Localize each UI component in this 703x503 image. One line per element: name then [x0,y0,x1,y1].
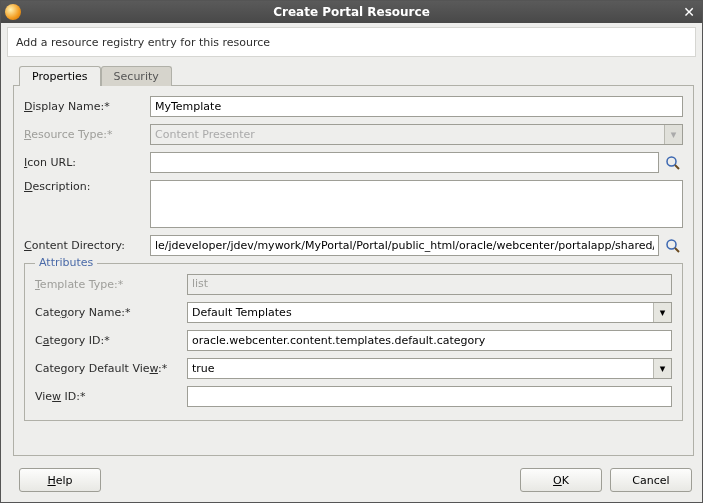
title-bar: Create Portal Resource ✕ [1,1,702,23]
row-content-directory: Content Directory: [24,235,683,256]
content-area: Properties Security Display Name:* Resou… [1,63,702,460]
template-type-value: list [187,274,672,295]
label-template-type: Template Type:* [35,278,187,291]
svg-line-3 [675,248,679,252]
category-default-view-value: true [192,362,215,375]
button-bar: Help OK Cancel [1,460,702,502]
row-category-id: Category ID:* [35,330,672,351]
category-name-value: Default Templates [192,306,292,319]
svg-line-1 [675,165,679,169]
row-description: Description: [24,180,683,228]
info-text: Add a resource registry entry for this r… [16,36,270,49]
magnifier-icon [665,155,681,171]
ok-button[interactable]: OK [520,468,602,492]
close-button[interactable]: ✕ [680,3,698,21]
content-directory-input[interactable] [150,235,659,256]
tab-label: Security [114,70,159,83]
icon-url-browse-button[interactable] [663,153,683,173]
tab-properties[interactable]: Properties [19,66,101,86]
chevron-down-icon: ▾ [653,303,671,322]
window-title: Create Portal Resource [1,5,702,19]
tab-security[interactable]: Security [101,66,172,86]
label-view-id: View ID:* [35,390,187,403]
row-view-id: View ID:* [35,386,672,407]
row-category-default-view: Category Default View:* true ▾ [35,358,672,379]
app-icon [5,4,21,20]
attributes-fieldset: Attributes Template Type:* list Category… [24,263,683,421]
label-description: Description: [24,180,150,193]
tab-label: Properties [32,70,88,83]
close-icon: ✕ [683,4,695,20]
tab-strip: Properties Security [19,63,694,85]
label-icon-url: Icon URL: [24,156,150,169]
label-category-name: Category Name:* [35,306,187,319]
label-content-directory: Content Directory: [24,239,150,252]
category-name-select[interactable]: Default Templates ▾ [187,302,672,323]
magnifier-icon [665,238,681,254]
label-resource-type: Resource Type:* [24,128,150,141]
icon-url-input[interactable] [150,152,659,173]
row-template-type: Template Type:* list [35,274,672,295]
info-bar: Add a resource registry entry for this r… [7,27,696,57]
resource-type-value: Content Presenter [155,128,255,141]
label-display-name: Display Name:* [24,100,150,113]
label-category-default-view: Category Default View:* [35,362,187,375]
chevron-down-icon: ▾ [653,359,671,378]
label-category-id: Category ID:* [35,334,187,347]
view-id-input[interactable] [187,386,672,407]
row-display-name: Display Name:* [24,96,683,117]
content-directory-browse-button[interactable] [663,236,683,256]
row-resource-type: Resource Type:* Content Presenter ▾ [24,124,683,145]
help-button[interactable]: Help [19,468,101,492]
row-icon-url: Icon URL: [24,152,683,173]
category-default-view-select[interactable]: true ▾ [187,358,672,379]
cancel-button[interactable]: Cancel [610,468,692,492]
svg-point-0 [667,157,676,166]
dialog-window: Create Portal Resource ✕ Add a resource … [0,0,703,503]
chevron-down-icon: ▾ [664,125,682,144]
tab-panel-properties: Display Name:* Resource Type:* Content P… [13,85,694,456]
svg-point-2 [667,240,676,249]
attributes-legend: Attributes [35,256,97,269]
resource-type-select: Content Presenter ▾ [150,124,683,145]
row-category-name: Category Name:* Default Templates ▾ [35,302,672,323]
description-textarea[interactable] [150,180,683,228]
display-name-input[interactable] [150,96,683,117]
category-id-input[interactable] [187,330,672,351]
